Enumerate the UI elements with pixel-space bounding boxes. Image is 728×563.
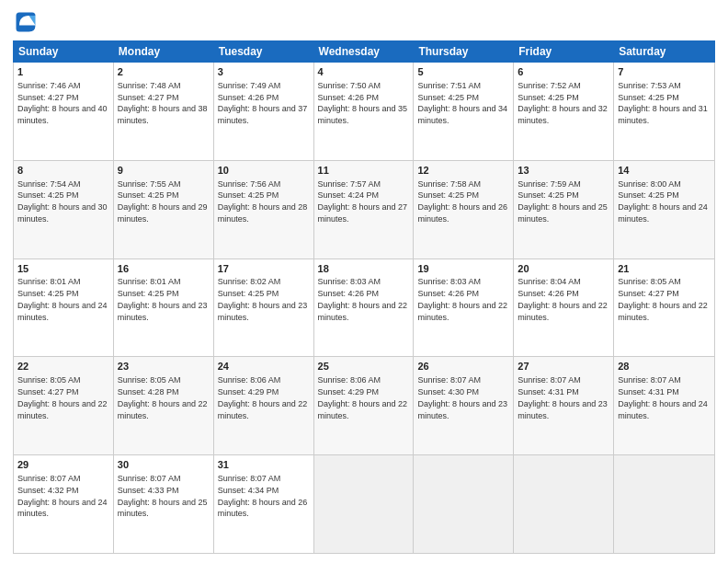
calendar-cell-26: 26Sunrise: 8:07 AMSunset: 4:30 PMDayligh… bbox=[414, 357, 514, 454]
cell-info: Sunrise: 8:07 AMSunset: 4:31 PMDaylight:… bbox=[618, 375, 708, 419]
cell-info: Sunrise: 7:53 AMSunset: 4:25 PMDaylight:… bbox=[618, 81, 708, 125]
day-number: 31 bbox=[218, 458, 310, 472]
day-number: 24 bbox=[218, 360, 310, 373]
calendar-cell-empty bbox=[514, 455, 614, 553]
page: SundayMondayTuesdayWednesdayThursdayFrid… bbox=[0, 0, 728, 563]
calendar-row-1: 1Sunrise: 7:46 AMSunset: 4:27 PMDaylight… bbox=[14, 63, 714, 161]
day-number: 12 bbox=[417, 164, 509, 178]
calendar-cell-23: 23Sunrise: 8:05 AMSunset: 4:28 PMDayligh… bbox=[114, 357, 214, 454]
cell-info: Sunrise: 8:00 AMSunset: 4:25 PMDaylight:… bbox=[618, 179, 708, 224]
cell-info: Sunrise: 7:51 AMSunset: 4:25 PMDaylight:… bbox=[417, 81, 507, 125]
cell-info: Sunrise: 7:57 AMSunset: 4:24 PMDaylight:… bbox=[318, 179, 408, 224]
calendar-cell-30: 30Sunrise: 8:07 AMSunset: 4:33 PMDayligh… bbox=[114, 455, 214, 553]
calendar-cell-10: 10Sunrise: 7:56 AMSunset: 4:25 PMDayligh… bbox=[214, 161, 314, 259]
day-number: 15 bbox=[17, 262, 109, 276]
cell-info: Sunrise: 8:03 AMSunset: 4:26 PMDaylight:… bbox=[417, 277, 507, 321]
cell-info: Sunrise: 8:01 AMSunset: 4:25 PMDaylight:… bbox=[17, 277, 108, 321]
logo bbox=[13, 9, 42, 35]
day-number: 4 bbox=[318, 65, 410, 79]
calendar-cell-1: 1Sunrise: 7:46 AMSunset: 4:27 PMDaylight… bbox=[14, 63, 114, 160]
header bbox=[13, 9, 715, 35]
day-number: 25 bbox=[318, 360, 410, 373]
cell-info: Sunrise: 8:07 AMSunset: 4:33 PMDaylight:… bbox=[118, 474, 208, 518]
cell-info: Sunrise: 8:07 AMSunset: 4:31 PMDaylight:… bbox=[518, 375, 608, 419]
calendar-row-3: 15Sunrise: 8:01 AMSunset: 4:25 PMDayligh… bbox=[14, 259, 714, 358]
calendar-row-5: 29Sunrise: 8:07 AMSunset: 4:32 PMDayligh… bbox=[14, 455, 714, 553]
header-day-thursday: Thursday bbox=[414, 41, 514, 62]
calendar-cell-15: 15Sunrise: 8:01 AMSunset: 4:25 PMDayligh… bbox=[14, 259, 114, 357]
day-number: 2 bbox=[118, 65, 210, 79]
header-day-wednesday: Wednesday bbox=[314, 41, 415, 62]
calendar-row-2: 8Sunrise: 7:54 AMSunset: 4:25 PMDaylight… bbox=[14, 161, 714, 259]
cell-info: Sunrise: 7:49 AMSunset: 4:26 PMDaylight:… bbox=[218, 81, 308, 125]
header-day-sunday: Sunday bbox=[14, 41, 114, 62]
cell-info: Sunrise: 7:58 AMSunset: 4:25 PMDaylight:… bbox=[417, 179, 507, 224]
cell-info: Sunrise: 8:05 AMSunset: 4:27 PMDaylight:… bbox=[618, 277, 708, 321]
cell-info: Sunrise: 8:01 AMSunset: 4:25 PMDaylight:… bbox=[118, 277, 208, 321]
calendar-cell-11: 11Sunrise: 7:57 AMSunset: 4:24 PMDayligh… bbox=[314, 161, 415, 259]
cell-info: Sunrise: 8:07 AMSunset: 4:32 PMDaylight:… bbox=[17, 474, 108, 518]
calendar-cell-17: 17Sunrise: 8:02 AMSunset: 4:25 PMDayligh… bbox=[214, 259, 314, 357]
cell-info: Sunrise: 7:56 AMSunset: 4:25 PMDaylight:… bbox=[218, 179, 308, 224]
day-number: 29 bbox=[17, 458, 109, 472]
day-number: 22 bbox=[17, 360, 109, 373]
calendar-cell-29: 29Sunrise: 8:07 AMSunset: 4:32 PMDayligh… bbox=[14, 455, 114, 553]
header-day-friday: Friday bbox=[514, 41, 614, 62]
calendar-cell-20: 20Sunrise: 8:04 AMSunset: 4:26 PMDayligh… bbox=[514, 259, 614, 357]
day-number: 14 bbox=[618, 164, 711, 178]
day-number: 6 bbox=[518, 65, 609, 79]
logo-icon bbox=[13, 9, 39, 35]
calendar-cell-24: 24Sunrise: 8:06 AMSunset: 4:29 PMDayligh… bbox=[214, 357, 314, 454]
day-number: 7 bbox=[618, 65, 711, 79]
day-number: 26 bbox=[417, 360, 509, 373]
cell-info: Sunrise: 7:55 AMSunset: 4:25 PMDaylight:… bbox=[118, 179, 208, 224]
calendar-cell-31: 31Sunrise: 8:07 AMSunset: 4:34 PMDayligh… bbox=[214, 455, 314, 553]
calendar-cell-empty bbox=[314, 455, 415, 553]
day-number: 11 bbox=[318, 164, 410, 178]
calendar-cell-3: 3Sunrise: 7:49 AMSunset: 4:26 PMDaylight… bbox=[214, 63, 314, 160]
cell-info: Sunrise: 8:06 AMSunset: 4:29 PMDaylight:… bbox=[318, 375, 408, 419]
day-number: 16 bbox=[118, 262, 210, 276]
day-number: 10 bbox=[218, 164, 310, 178]
calendar-cell-4: 4Sunrise: 7:50 AMSunset: 4:26 PMDaylight… bbox=[314, 63, 415, 160]
cell-info: Sunrise: 8:04 AMSunset: 4:26 PMDaylight:… bbox=[518, 277, 608, 321]
cell-info: Sunrise: 7:46 AMSunset: 4:27 PMDaylight:… bbox=[17, 81, 108, 125]
calendar-cell-21: 21Sunrise: 8:05 AMSunset: 4:27 PMDayligh… bbox=[614, 259, 714, 357]
day-number: 30 bbox=[118, 458, 210, 472]
cell-info: Sunrise: 8:05 AMSunset: 4:27 PMDaylight:… bbox=[17, 375, 108, 419]
day-number: 27 bbox=[518, 360, 609, 373]
day-number: 28 bbox=[618, 360, 711, 373]
cell-info: Sunrise: 7:50 AMSunset: 4:26 PMDaylight:… bbox=[318, 81, 408, 125]
calendar-cell-14: 14Sunrise: 8:00 AMSunset: 4:25 PMDayligh… bbox=[614, 161, 714, 259]
calendar-cell-16: 16Sunrise: 8:01 AMSunset: 4:25 PMDayligh… bbox=[114, 259, 214, 357]
day-number: 23 bbox=[118, 360, 210, 373]
header-day-tuesday: Tuesday bbox=[214, 41, 314, 62]
calendar: SundayMondayTuesdayWednesdayThursdayFrid… bbox=[13, 40, 715, 554]
calendar-cell-12: 12Sunrise: 7:58 AMSunset: 4:25 PMDayligh… bbox=[414, 161, 514, 259]
calendar-cell-13: 13Sunrise: 7:59 AMSunset: 4:25 PMDayligh… bbox=[514, 161, 614, 259]
cell-info: Sunrise: 8:03 AMSunset: 4:26 PMDaylight:… bbox=[318, 277, 408, 321]
day-number: 9 bbox=[118, 164, 210, 178]
day-number: 13 bbox=[518, 164, 609, 178]
calendar-cell-9: 9Sunrise: 7:55 AMSunset: 4:25 PMDaylight… bbox=[114, 161, 214, 259]
cell-info: Sunrise: 7:48 AMSunset: 4:27 PMDaylight:… bbox=[118, 81, 208, 125]
calendar-cell-28: 28Sunrise: 8:07 AMSunset: 4:31 PMDayligh… bbox=[614, 357, 714, 454]
calendar-cell-2: 2Sunrise: 7:48 AMSunset: 4:27 PMDaylight… bbox=[114, 63, 214, 160]
day-number: 5 bbox=[417, 65, 509, 79]
calendar-cell-22: 22Sunrise: 8:05 AMSunset: 4:27 PMDayligh… bbox=[14, 357, 114, 454]
calendar-cell-empty bbox=[614, 455, 714, 553]
cell-info: Sunrise: 8:07 AMSunset: 4:34 PMDaylight:… bbox=[218, 474, 308, 518]
svg-marker-0 bbox=[29, 16, 36, 26]
calendar-cell-7: 7Sunrise: 7:53 AMSunset: 4:25 PMDaylight… bbox=[614, 63, 714, 160]
calendar-cell-25: 25Sunrise: 8:06 AMSunset: 4:29 PMDayligh… bbox=[314, 357, 415, 454]
calendar-cell-27: 27Sunrise: 8:07 AMSunset: 4:31 PMDayligh… bbox=[514, 357, 614, 454]
cell-info: Sunrise: 8:07 AMSunset: 4:30 PMDaylight:… bbox=[417, 375, 507, 419]
calendar-cell-6: 6Sunrise: 7:52 AMSunset: 4:25 PMDaylight… bbox=[514, 63, 614, 160]
cell-info: Sunrise: 7:52 AMSunset: 4:25 PMDaylight:… bbox=[518, 81, 608, 125]
cell-info: Sunrise: 8:06 AMSunset: 4:29 PMDaylight:… bbox=[218, 375, 308, 419]
calendar-cell-8: 8Sunrise: 7:54 AMSunset: 4:25 PMDaylight… bbox=[14, 161, 114, 259]
calendar-cell-19: 19Sunrise: 8:03 AMSunset: 4:26 PMDayligh… bbox=[414, 259, 514, 357]
calendar-cell-5: 5Sunrise: 7:51 AMSunset: 4:25 PMDaylight… bbox=[414, 63, 514, 160]
day-number: 3 bbox=[218, 65, 310, 79]
calendar-cell-18: 18Sunrise: 8:03 AMSunset: 4:26 PMDayligh… bbox=[314, 259, 415, 357]
